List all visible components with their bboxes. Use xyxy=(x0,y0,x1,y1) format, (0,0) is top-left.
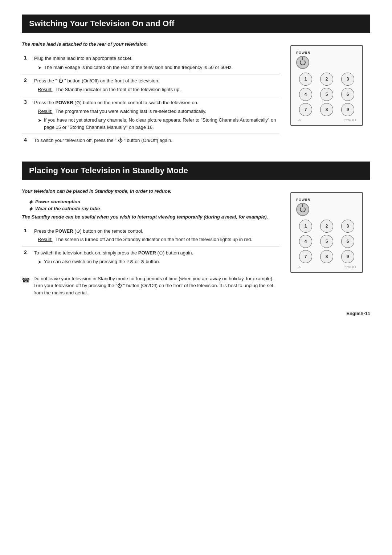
page: Switching Your Television On and Off The… xyxy=(0,0,392,555)
result-label: Result: xyxy=(38,108,52,115)
section2-subtitle1: Your television can be placed in Standby… xyxy=(22,188,279,194)
section2-content: Your television can be placed in Standby… xyxy=(22,188,370,297)
step-arrow: ➤ The main voltage is indicated on the r… xyxy=(38,64,277,72)
diamond-icon: ◆ xyxy=(29,199,32,204)
tv-panel-diagram: POWER 1 2 3 4 5 6 7 8 xyxy=(290,45,363,126)
tv-panel-diagram-2: POWER 1 2 3 4 5 6 7 8 xyxy=(290,192,363,273)
panel-power-area xyxy=(296,56,357,69)
step-arrow: ➤ If you have not yet stored any channel… xyxy=(38,117,277,131)
step-result: Result: The Standby indicator on the fro… xyxy=(38,86,277,93)
table-row: 4 To switch your television off, press t… xyxy=(22,134,279,147)
step-number: 4 xyxy=(22,134,32,147)
panel-button-grid: 1 2 3 4 5 6 7 8 9 xyxy=(296,220,357,263)
panel-bottom-row: -/-- PRE-CH xyxy=(296,265,357,269)
note-text: Do not leave your television in Standby … xyxy=(33,275,279,297)
panel-btn-7: 7 xyxy=(299,250,312,263)
panel-btn-9: 9 xyxy=(341,103,354,116)
step-main-text: Press the POWER (⊙) button on the remote… xyxy=(34,228,143,234)
section2-heading: Placing Your Television in Standby Mode xyxy=(22,162,370,180)
panel-power-button xyxy=(296,203,309,216)
result-label: Result: xyxy=(38,236,52,243)
panel-btn-1: 1 xyxy=(299,220,312,233)
arrow-icon: ➤ xyxy=(38,117,42,124)
step-main-text: Press the " ⏻ " button (On/Off) on the f… xyxy=(34,78,159,83)
list-item: ◆ Wear of the cathode ray tube xyxy=(29,206,279,211)
panel-btn-7: 7 xyxy=(299,103,312,116)
panel-btn-3: 3 xyxy=(341,220,354,233)
note-icon: ☎ xyxy=(22,276,30,285)
step-number: 1 xyxy=(22,225,32,246)
result-text: The screen is turned off and the Standby… xyxy=(55,236,252,243)
diamond-icon: ◆ xyxy=(29,206,32,211)
step-number: 1 xyxy=(22,52,32,74)
arrow-icon: ➤ xyxy=(38,258,42,266)
step-content: Press the POWER (⊙) button on the remote… xyxy=(32,225,279,246)
panel-btn-3: 3 xyxy=(341,73,354,86)
section1-subtitle: The mains lead is attached to the rear o… xyxy=(22,41,279,47)
panel-btn-9: 9 xyxy=(341,250,354,263)
panel-bottom-left: -/-- xyxy=(298,265,301,269)
bullet-text: Wear of the cathode ray tube xyxy=(35,206,100,211)
panel-bottom-right: PRE-CH xyxy=(344,118,356,122)
section1-heading: Switching Your Television On and Off xyxy=(22,15,370,33)
section2-left: Your television can be placed in Standby… xyxy=(22,188,279,297)
panel-btn-4: 4 xyxy=(299,88,312,101)
arrow-text: You can also switch on by pressing the P… xyxy=(44,258,160,265)
step-main-text: Press the POWER (⊙) button on the remote… xyxy=(34,100,199,105)
section2-steps: 1 Press the POWER (⊙) button on the remo… xyxy=(22,225,279,269)
section1-content: The mains lead is attached to the rear o… xyxy=(22,41,370,147)
step-content: To switch your television off, press the… xyxy=(32,134,279,147)
panel-bottom-left: -/-- xyxy=(298,118,301,122)
panel-btn-2: 2 xyxy=(320,73,333,86)
table-row: 3 Press the POWER (⊙) button on the remo… xyxy=(22,96,279,134)
panel-btn-5: 5 xyxy=(320,235,333,248)
step-content: Press the " ⏻ " button (On/Off) on the f… xyxy=(32,74,279,96)
power-line-icon xyxy=(302,57,303,60)
panel-bottom-row: -/-- PRE-CH xyxy=(296,118,357,122)
panel-btn-6: 6 xyxy=(341,88,354,101)
result-text: The Standby indicator on the front of th… xyxy=(55,86,180,93)
panel-btn-2: 2 xyxy=(320,220,333,233)
panel-label: POWER xyxy=(296,198,357,201)
panel-label: POWER xyxy=(296,51,357,54)
panel-power-area xyxy=(296,203,357,216)
section-standby: Placing Your Television in Standby Mode … xyxy=(22,162,370,297)
step-result: Result: The programme that you were watc… xyxy=(38,108,277,115)
panel-btn-1: 1 xyxy=(299,73,312,86)
step-content: Plug the mains lead into an appropriate … xyxy=(32,52,279,74)
arrow-text: If you have not yet stored any channels,… xyxy=(44,117,277,131)
list-item: ◆ Power consumption xyxy=(29,199,279,204)
panel-btn-6: 6 xyxy=(341,235,354,248)
step-number: 2 xyxy=(22,246,32,269)
bullet-list: ◆ Power consumption ◆ Wear of the cathod… xyxy=(29,199,279,211)
section1-steps: 1 Plug the mains lead into an appropriat… xyxy=(22,52,279,147)
section-switching: Switching Your Television On and Off The… xyxy=(22,15,370,147)
step-main-text: To switch your television off, press the… xyxy=(34,138,172,143)
table-row: 1 Press the POWER (⊙) button on the remo… xyxy=(22,225,279,246)
page-number: English-11 xyxy=(22,311,370,316)
panel-btn-5: 5 xyxy=(320,88,333,101)
panel-btn-8: 8 xyxy=(320,103,333,116)
panel-btn-8: 8 xyxy=(320,250,333,263)
section2-subtitle2: The Standby mode can be useful when you … xyxy=(22,214,279,220)
result-label: Result: xyxy=(38,86,52,93)
result-text: The programme that you were watching las… xyxy=(55,108,206,115)
step-number: 3 xyxy=(22,96,32,134)
panel-power-button xyxy=(296,56,309,69)
arrow-text: The main voltage is indicated on the rea… xyxy=(44,64,233,71)
power-line-icon xyxy=(302,204,303,207)
table-row: 2 To switch the television back on, simp… xyxy=(22,246,279,269)
section2-right: POWER 1 2 3 4 5 6 7 8 xyxy=(290,188,370,297)
section1-right: POWER 1 2 3 4 5 6 7 8 xyxy=(290,41,370,147)
step-main-text: Plug the mains lead into an appropriate … xyxy=(34,56,132,61)
section1-left: The mains lead is attached to the rear o… xyxy=(22,41,279,147)
table-row: 1 Plug the mains lead into an appropriat… xyxy=(22,52,279,74)
step-content: Press the POWER (⊙) button on the remote… xyxy=(32,96,279,134)
arrow-icon: ➤ xyxy=(38,64,42,72)
bullet-text: Power consumption xyxy=(35,199,80,204)
panel-bottom-right: PRE-CH xyxy=(344,265,356,269)
step-main-text: To switch the television back on, simply… xyxy=(34,250,193,256)
step-result: Result: The screen is turned off and the… xyxy=(38,236,277,243)
info-note: ☎ Do not leave your television in Standb… xyxy=(22,275,279,297)
panel-button-grid: 1 2 3 4 5 6 7 8 9 xyxy=(296,73,357,116)
